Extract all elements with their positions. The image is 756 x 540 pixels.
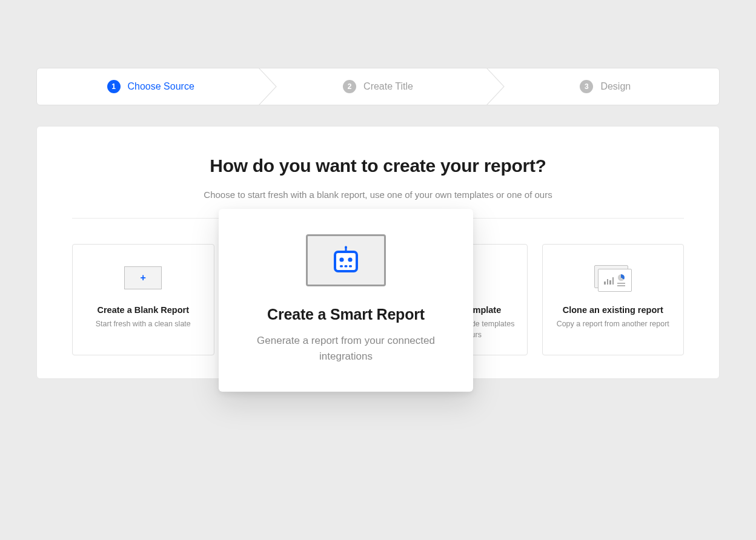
- card-title: Clone an existing report: [554, 305, 673, 315]
- step-number: 2: [343, 80, 356, 93]
- card-clone-report[interactable]: Clone an existing report Copy a report f…: [542, 244, 685, 355]
- card-desc: Copy a report from another report: [554, 318, 673, 329]
- svg-point-3: [339, 257, 343, 262]
- svg-rect-6: [345, 265, 348, 268]
- clone-icon: [594, 265, 632, 291]
- card-blank-report[interactable]: + Create a Blank Report Start fresh with…: [72, 244, 214, 355]
- step-label: Design: [600, 81, 631, 92]
- page-title: How do you want to create your report?: [72, 156, 684, 176]
- card-desc: Start fresh with a clean slate: [84, 318, 203, 329]
- page-subtitle: Choose to start fresh with a blank repor…: [72, 189, 684, 200]
- step-number: 3: [580, 80, 593, 93]
- svg-rect-5: [340, 265, 343, 268]
- card-title: Create a Blank Report: [84, 305, 203, 315]
- plus-icon: +: [124, 266, 162, 289]
- wizard-stepper: 1 Choose Source 2 Create Title 3 Design: [36, 68, 720, 105]
- step-label: Create Title: [363, 81, 413, 92]
- step-choose-source[interactable]: 1 Choose Source: [37, 68, 264, 105]
- step-design[interactable]: 3 Design: [492, 68, 719, 105]
- svg-point-1: [345, 246, 347, 249]
- card-smart-report[interactable]: Create a Smart Report Generate a report …: [219, 209, 473, 392]
- card-title: Create a Smart Report: [243, 306, 449, 323]
- svg-rect-7: [349, 265, 352, 268]
- card-desc: Generate a report from your connected in…: [243, 333, 449, 365]
- svg-point-4: [348, 257, 352, 262]
- svg-rect-2: [335, 252, 357, 271]
- robot-icon: [306, 234, 386, 286]
- step-create-title[interactable]: 2 Create Title: [264, 68, 491, 105]
- step-label: Choose Source: [128, 81, 194, 92]
- step-number: 1: [107, 80, 121, 93]
